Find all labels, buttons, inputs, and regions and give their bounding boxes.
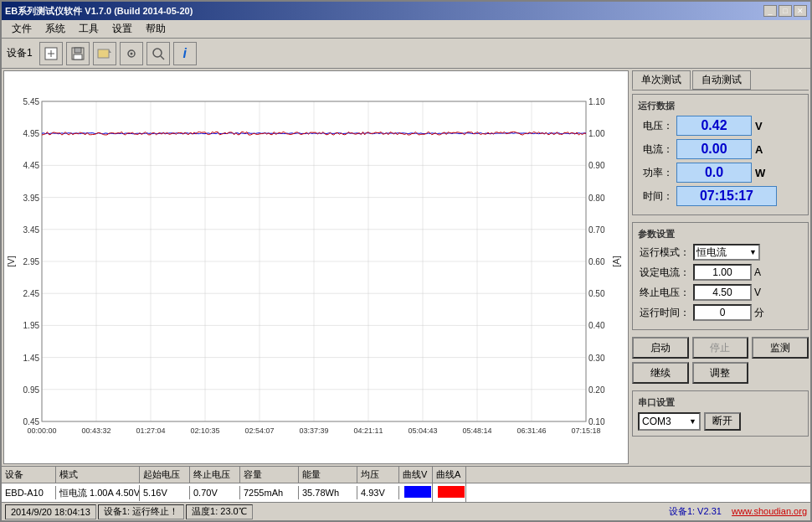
status-device-status: 设备1: 运行终止！ — [98, 504, 184, 519]
chart-area: EB Tester Software -ZKETech- — [3, 70, 629, 464]
voltage-unit: V — [755, 120, 763, 132]
port-row: COM3 ▼ 断开 — [638, 412, 803, 431]
window-controls: _ □ ✕ — [763, 5, 807, 17]
chart-canvas — [4, 71, 628, 463]
table-row: EBD-A10 恒电流 1.00A 4.50V 5.16V 0.70V 7255… — [2, 483, 810, 502]
set-current-value[interactable]: 1.00 — [693, 264, 752, 281]
status-website: www.shoudian.org — [732, 506, 807, 516]
set-current-label: 设定电流： — [638, 266, 690, 280]
minimize-button[interactable]: _ — [763, 5, 777, 17]
params-section: 参数设置 运行模式： 恒电流 ▼ 设定电流： 1.00 A 终止电压： 4.50 — [632, 222, 809, 330]
th-avg: 均压 — [357, 467, 399, 483]
tab-single[interactable]: 单次测试 — [632, 70, 691, 90]
td-energy: 35.78Wh — [299, 486, 357, 499]
menu-tools[interactable]: 工具 — [72, 20, 105, 38]
svg-line-11 — [161, 56, 164, 59]
panel-tabs: 单次测试 自动测试 — [632, 70, 809, 90]
window-title: EB系列测试仪软件 V1.7.0 (Build 2014-05-20) — [5, 5, 193, 18]
adjust-button[interactable]: 调整 — [692, 362, 749, 384]
voltage-display: 0.42 — [676, 116, 752, 136]
menu-settings[interactable]: 设置 — [105, 20, 139, 38]
menu-file[interactable]: 文件 — [5, 20, 39, 38]
svg-point-10 — [153, 49, 162, 57]
menu-help[interactable]: 帮助 — [139, 20, 172, 38]
stop-voltage-row: 终止电压： 4.50 V — [638, 284, 803, 301]
power-unit: W — [755, 167, 765, 179]
status-version: 设备1: V2.31 — [669, 506, 722, 516]
svg-rect-6 — [98, 49, 109, 58]
start-button[interactable]: 启动 — [632, 337, 689, 359]
toolbar: 设备1 i — [2, 39, 810, 69]
th-end-v: 终止电压 — [190, 467, 240, 483]
toolbar-settings[interactable] — [120, 42, 143, 65]
run-data-section: 运行数据 电压： 0.42 V 电流： 0.00 A 功率： 0.0 W — [632, 94, 809, 215]
mode-select[interactable]: 恒电流 ▼ — [693, 244, 760, 261]
current-row: 电流： 0.00 A — [638, 139, 803, 159]
toolbar-info[interactable]: i — [173, 42, 197, 65]
td-mode: 恒电流 1.00A 4.50V — [56, 485, 140, 501]
close-button[interactable]: ✕ — [794, 5, 807, 17]
td-end-v: 0.70V — [190, 486, 240, 499]
set-current-row: 设定电流： 1.00 A — [638, 264, 803, 281]
disconnect-button[interactable]: 断开 — [704, 412, 741, 431]
run-time-row: 运行时间： 0 分 — [638, 304, 803, 321]
curve-v-color-box — [404, 486, 431, 498]
td-curve-a — [433, 483, 466, 502]
th-start-v: 起始电压 — [140, 467, 190, 483]
continue-button[interactable]: 继续 — [632, 362, 689, 384]
th-energy: 能量 — [299, 467, 357, 483]
power-row: 功率： 0.0 W — [638, 163, 803, 183]
current-label: 电流： — [638, 142, 673, 157]
monitor-button[interactable]: 监测 — [752, 337, 809, 359]
th-mode: 模式 — [56, 467, 140, 483]
port-section: 串口设置 COM3 ▼ 断开 — [632, 390, 809, 437]
svg-rect-4 — [75, 48, 81, 53]
voltage-row: 电压： 0.42 V — [638, 116, 803, 136]
action-buttons: 启动 停止 监测 继续 调整 — [632, 337, 809, 384]
stop-voltage-unit: V — [754, 287, 761, 298]
status-bar: 2014/9/20 18:04:13 设备1: 运行终止！ 温度1: 23.0℃… — [2, 502, 810, 520]
tab-auto[interactable]: 自动测试 — [692, 70, 751, 90]
main-window: EB系列测试仪软件 V1.7.0 (Build 2014-05-20) _ □ … — [0, 0, 812, 522]
title-bar: EB系列测试仪软件 V1.7.0 (Build 2014-05-20) _ □ … — [2, 2, 810, 20]
th-device: 设备 — [2, 467, 56, 483]
menu-system[interactable]: 系统 — [39, 20, 72, 38]
svg-rect-5 — [74, 54, 82, 59]
th-capacity: 容量 — [240, 467, 299, 483]
bottom-table: 设备 模式 起始电压 终止电压 容量 能量 均压 曲线V 曲线A EBD-A10… — [2, 466, 810, 502]
menu-bar: 文件 系统 工具 设置 帮助 — [2, 20, 810, 39]
voltage-label: 电压： — [638, 119, 673, 133]
mode-row: 运行模式： 恒电流 ▼ — [638, 244, 803, 261]
stop-button[interactable]: 停止 — [692, 337, 749, 359]
status-datetime: 2014/9/20 18:04:13 — [5, 504, 96, 519]
run-time-value[interactable]: 0 — [693, 304, 752, 321]
td-device: EBD-A10 — [2, 486, 56, 499]
content-area: EB Tester Software -ZKETech- 单次测试 自动测试 运… — [2, 69, 810, 466]
table-header: 设备 模式 起始电压 终止电压 容量 能量 均压 曲线V 曲线A — [2, 467, 810, 483]
power-display: 0.0 — [676, 163, 752, 183]
toolbar-new[interactable] — [39, 42, 63, 65]
svg-point-9 — [130, 52, 132, 54]
toolbar-search[interactable] — [146, 42, 170, 65]
run-data-title: 运行数据 — [638, 100, 803, 112]
current-display: 0.00 — [676, 139, 752, 159]
run-time-unit: 分 — [754, 306, 764, 320]
port-chevron: ▼ — [689, 417, 696, 426]
mode-label: 运行模式： — [638, 245, 690, 260]
toolbar-save[interactable] — [66, 42, 90, 65]
mode-chevron: ▼ — [749, 248, 757, 256]
current-unit: A — [755, 143, 763, 156]
maximize-button[interactable]: □ — [779, 5, 792, 17]
curve-a-color-box — [438, 486, 465, 498]
device-label: 设备1 — [7, 46, 33, 60]
time-row: 时间： 07:15:17 — [638, 186, 803, 206]
stop-voltage-value[interactable]: 4.50 — [693, 284, 752, 301]
time-label: 时间： — [638, 189, 673, 204]
status-temperature: 温度1: 23.0℃ — [186, 504, 253, 519]
td-capacity: 7255mAh — [240, 486, 299, 499]
stop-voltage-label: 终止电压： — [638, 286, 690, 300]
td-curve-v — [399, 483, 433, 502]
toolbar-open[interactable] — [93, 42, 116, 65]
th-curve-a: 曲线A — [433, 467, 466, 483]
port-select[interactable]: COM3 ▼ — [638, 412, 701, 431]
